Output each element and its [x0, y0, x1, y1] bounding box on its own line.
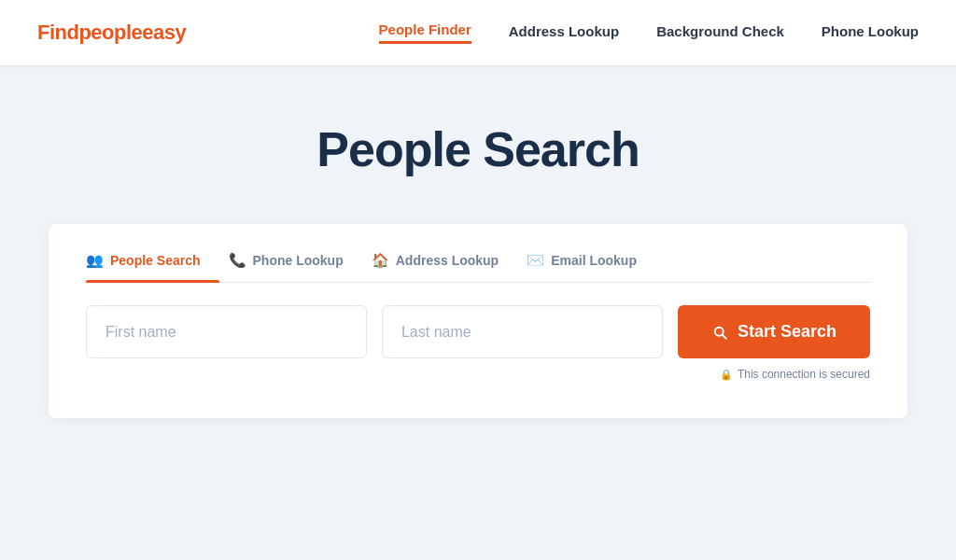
page-title: People Search: [316, 121, 639, 177]
nav-item-people-finder[interactable]: People Finder: [379, 21, 471, 44]
main-nav: People Finder Address Lookup Background …: [379, 21, 919, 44]
nav-item-address-lookup[interactable]: Address Lookup: [509, 23, 619, 43]
tab-people-search[interactable]: 👥 People Search: [86, 252, 219, 282]
phone-icon: 📞: [229, 252, 246, 269]
people-icon: 👥: [86, 252, 104, 269]
logo[interactable]: Findpeopleeasy: [37, 21, 186, 45]
tab-phone-lookup-label: Phone Lookup: [253, 253, 344, 268]
search-button-label: Start Search: [738, 322, 836, 342]
email-icon: ✉️: [527, 252, 544, 269]
search-icon: [711, 324, 728, 341]
nav-item-phone-lookup[interactable]: Phone Lookup: [822, 23, 919, 43]
lock-icon: 🔒: [720, 369, 733, 381]
tab-address-lookup[interactable]: 🏠 Address Lookup: [372, 252, 517, 282]
tab-phone-lookup[interactable]: 📞 Phone Lookup: [229, 252, 362, 282]
search-tabs: 👥 People Search 📞 Phone Lookup 🏠 Address…: [86, 252, 870, 283]
first-name-input[interactable]: [86, 305, 367, 358]
tab-people-search-label: People Search: [110, 253, 201, 268]
home-icon: 🏠: [372, 252, 389, 269]
search-card: 👥 People Search 📞 Phone Lookup 🏠 Address…: [49, 224, 907, 418]
search-row: Start Search: [86, 305, 870, 358]
start-search-button[interactable]: Start Search: [678, 305, 870, 358]
header: Findpeopleeasy People Finder Address Loo…: [0, 0, 956, 65]
tab-address-lookup-label: Address Lookup: [396, 253, 499, 268]
last-name-input[interactable]: [382, 305, 663, 358]
main-content: People Search 👥 People Search 📞 Phone Lo…: [0, 65, 956, 418]
tab-email-lookup-label: Email Lookup: [551, 253, 637, 268]
secure-text: This connection is secured: [738, 368, 870, 381]
nav-item-background-check[interactable]: Background Check: [656, 23, 784, 43]
secure-notice: 🔒 This connection is secured: [86, 368, 870, 381]
tab-email-lookup[interactable]: ✉️ Email Lookup: [527, 252, 655, 282]
